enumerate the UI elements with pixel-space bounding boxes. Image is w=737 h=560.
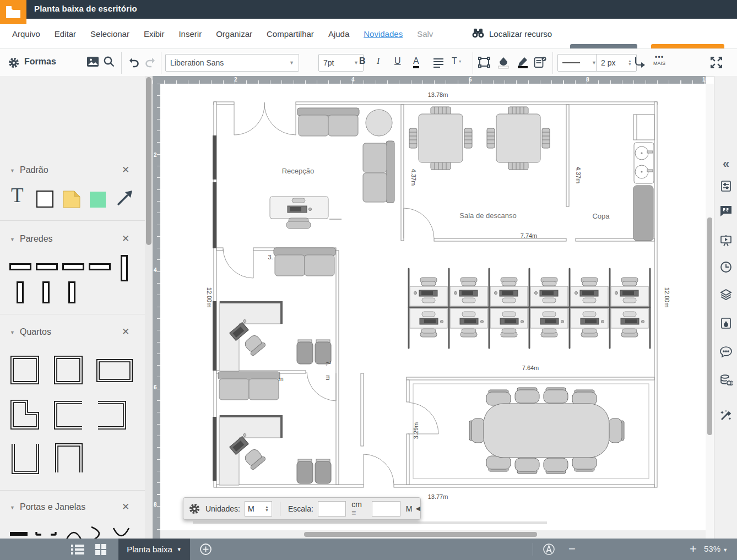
page-grid-icon[interactable] [95, 543, 107, 558]
presentation-icon[interactable] [719, 234, 733, 247]
shape-room-square[interactable] [8, 353, 42, 389]
shape-room-rect[interactable] [95, 353, 134, 389]
section-padrao[interactable]: ▼ Padrão ✕ [0, 165, 145, 177]
room-label-kitchen[interactable]: Copa [592, 212, 610, 220]
caret-down-icon[interactable]: ▼ [10, 330, 15, 335]
shape-wall-h[interactable] [9, 263, 31, 270]
menu-novidades[interactable]: Novidades [364, 29, 403, 39]
shape-wall-h[interactable] [62, 263, 84, 270]
bold-button[interactable]: B [359, 56, 366, 66]
add-page-icon[interactable] [199, 543, 212, 558]
caret-down-icon[interactable]: ▼ [10, 168, 15, 173]
shape-rectangle[interactable] [36, 191, 53, 208]
text-color-button[interactable]: A [413, 56, 419, 66]
text-options-button[interactable]: T▼ [452, 56, 462, 66]
dim-break-right[interactable]: 4.37m [575, 167, 582, 184]
font-family-select[interactable]: Liberation Sans ▼ [165, 54, 299, 72]
kitchen-furniture[interactable] [633, 115, 654, 241]
zoom-out-button[interactable]: − [568, 542, 576, 556]
insert-image-icon[interactable] [86, 56, 99, 67]
close-icon[interactable]: ✕ [122, 164, 129, 176]
dim-break-left[interactable]: 4.37m [410, 169, 417, 186]
search-shapes-icon[interactable] [103, 56, 115, 68]
break-room-furniture[interactable] [409, 107, 550, 170]
shape-wall-v[interactable] [121, 255, 128, 281]
line-width-stepper[interactable]: 2 px ▲▼ [596, 54, 637, 72]
line-style-select[interactable]: ▼ [557, 54, 601, 72]
menu-exibir[interactable]: Exibir [144, 29, 165, 39]
dim-bottom[interactable]: 13.77m [428, 493, 448, 500]
shape-note[interactable] [62, 190, 81, 211]
menu-inserir[interactable]: Inserir [178, 29, 202, 39]
fill-color-icon[interactable] [497, 56, 510, 69]
shape-wall-h[interactable] [89, 263, 111, 270]
dim-top[interactable]: 13.78m [428, 91, 448, 98]
shape-room-u[interactable] [8, 441, 42, 478]
dim-fragment[interactable]: 3. [268, 254, 273, 260]
align-button[interactable] [433, 58, 444, 68]
app-logo-folder-icon[interactable] [0, 0, 26, 24]
cubicles[interactable] [409, 269, 650, 348]
shape-wall-v[interactable] [17, 281, 24, 303]
shape-wall-h[interactable] [36, 263, 58, 270]
shape-room-c-reverse[interactable] [95, 397, 129, 434]
connector-icon[interactable] [633, 56, 647, 68]
shape-room-n[interactable] [51, 441, 85, 478]
page-settings-icon[interactable] [719, 180, 733, 193]
dim-cubicles[interactable]: 7.64m [522, 365, 539, 371]
underline-button[interactable]: U [394, 56, 401, 66]
redo-icon[interactable] [144, 56, 158, 68]
units-select[interactable]: M ▲▼ [245, 501, 272, 516]
section-quartos[interactable]: ▼ Quartos ✕ [0, 327, 145, 339]
settings-gear-icon[interactable] [183, 502, 205, 515]
menu-organizar[interactable]: Organizar [216, 29, 252, 39]
page-tab[interactable]: Planta baixa ▼ [118, 539, 190, 560]
floor-plan[interactable]: 13.78m Recepção Sala de descanso Copa 4.… [160, 84, 706, 530]
scale-input-cm[interactable] [318, 501, 346, 516]
history-clock-icon[interactable] [719, 260, 733, 274]
menu-selecionar[interactable]: Selecionar [90, 29, 129, 39]
page-list-icon[interactable] [71, 543, 85, 558]
zoom-in-button[interactable]: + [690, 542, 697, 556]
shape-square-green[interactable] [90, 192, 106, 208]
caret-down-icon[interactable]: ▼ [10, 237, 15, 242]
canvas-vscrollbar-thumb[interactable] [707, 218, 712, 435]
find-feature[interactable]: Localizar recurso [472, 19, 552, 48]
fullscreen-icon[interactable] [709, 56, 723, 69]
line-color-icon[interactable] [517, 56, 529, 69]
room-label-break[interactable]: Sala de descanso [459, 211, 516, 220]
magic-wand-icon[interactable] [719, 409, 733, 422]
undo-icon[interactable] [127, 56, 140, 68]
comments-quote-icon[interactable] [719, 204, 733, 218]
document-title[interactable]: Planta baixa de escritório [34, 4, 137, 13]
shape-text[interactable]: T [11, 185, 24, 205]
menu-editar[interactable]: Editar [55, 29, 76, 39]
data-linking-icon[interactable] [719, 374, 733, 387]
shapes-gear-icon[interactable] [8, 57, 20, 69]
section-paredes[interactable]: ▼ Paredes ✕ [0, 234, 145, 246]
room-label-reception[interactable]: Recepção [282, 167, 315, 175]
collapse-bar-icon[interactable]: ◀ [416, 505, 420, 512]
windows[interactable] [213, 135, 216, 481]
dim-left-height[interactable]: 12.00m [206, 287, 213, 308]
menu-ajuda[interactable]: Ajuda [328, 29, 349, 39]
conference-furniture[interactable] [469, 388, 624, 474]
shape-room-l[interactable] [8, 397, 42, 434]
dim-conference-door[interactable]: 3.29m [413, 422, 419, 439]
shape-wall-v[interactable] [42, 281, 50, 303]
shape-room-square[interactable] [51, 353, 85, 389]
shape-arrow[interactable] [116, 189, 133, 209]
close-icon[interactable]: ✕ [122, 233, 129, 244]
collapse-panel-icon[interactable]: « [719, 157, 733, 171]
scale-input-m[interactable] [372, 501, 400, 516]
close-icon[interactable]: ✕ [122, 501, 129, 513]
menu-arquivo[interactable]: Arquivo [12, 29, 40, 39]
section-portas-janelas[interactable]: ▼ Portas e Janelas ✕ [0, 502, 145, 514]
shape-data-icon[interactable] [534, 56, 547, 68]
dim-fragment[interactable]: 7. [325, 361, 332, 366]
layers-icon[interactable] [719, 288, 733, 301]
theme-droplet-icon[interactable] [719, 317, 733, 330]
shape-style-icon[interactable] [478, 57, 490, 68]
dim-fragment[interactable]: m [325, 375, 332, 380]
menu-compartilhar[interactable]: Compartilhar [267, 29, 314, 39]
